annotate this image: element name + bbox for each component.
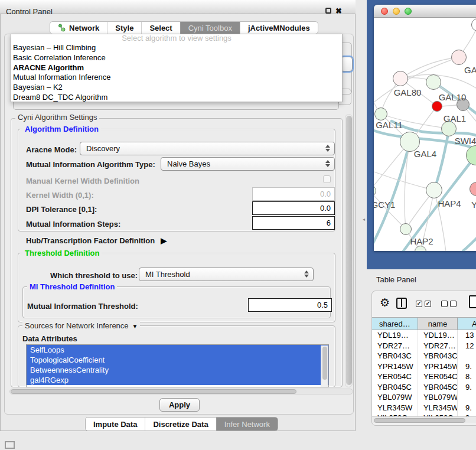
zoom-traffic-light-icon[interactable]: [405, 8, 412, 15]
deselect-all-icon[interactable]: [450, 301, 457, 307]
close-traffic-light-icon[interactable]: [381, 8, 388, 15]
table-row[interactable]: YBL079WYBL079W: [372, 392, 476, 403]
network-icon: [58, 24, 66, 32]
tab-impute-data[interactable]: Impute Data: [86, 418, 145, 431]
algorithm-option-basic-correlation-inference[interactable]: Basic Correlation Inference: [11, 53, 342, 63]
network-node[interactable]: [426, 74, 441, 90]
table-cell: 9.: [458, 382, 476, 393]
hub-definition-label: Hub/Transcription Factor Definition: [26, 236, 155, 245]
tab-style[interactable]: Style: [107, 22, 141, 34]
algorithm-definition-label: Algorithm Definition: [22, 125, 101, 133]
algorithm-option-aracne-algorithm[interactable]: ARACNE Algorithm: [11, 63, 342, 73]
table-cell: 9.: [458, 403, 476, 413]
algorithm-dropdown-popup: Select algorithm to view settings Bayesi…: [11, 34, 343, 102]
mi-threshold-field[interactable]: [248, 298, 332, 312]
close-icon[interactable]: ✖: [335, 6, 342, 15]
column-header-shared-[interactable]: shared…: [372, 318, 418, 330]
algorithm-option-bayesian-hill-climbing[interactable]: Bayesian – Hill Climbing: [11, 43, 342, 53]
tab-label: Impute Data: [93, 420, 137, 429]
float-panel-icon[interactable]: [325, 8, 331, 14]
node-label-gal80: GAL80: [394, 87, 422, 97]
tab-network[interactable]: Network: [50, 22, 107, 34]
hub-definition-toggle[interactable]: Hub/Transcription Factor Definition▶: [26, 236, 167, 245]
list-vertical-scrollbar[interactable]: [321, 345, 328, 387]
column-header-name[interactable]: name: [418, 318, 458, 330]
tab-discretize-data[interactable]: Discretize Data: [145, 418, 216, 431]
network-node[interactable]: [432, 101, 442, 112]
algorithm-option-mutual-information-inference[interactable]: Mutual Information Inference: [11, 73, 342, 83]
minimize-traffic-light-icon[interactable]: [393, 8, 400, 15]
network-canvas[interactable]: GALGAL80GAL10GAL1GAL11SWI4GAL4GCY1HAP4YH…: [374, 18, 476, 251]
algorithm-option-bayesian-k2[interactable]: Bayesian – K2: [11, 83, 342, 93]
scrollbar-thumb[interactable]: [322, 347, 327, 380]
algorithm-dropdown-prompt: Select algorithm to view settings: [11, 34, 342, 43]
network-node[interactable]: [374, 107, 387, 120]
table-row[interactable]: YPR145WYPR145W9.: [372, 361, 476, 372]
network-window-titlebar[interactable]: [374, 5, 476, 18]
tab-jactivemnodules[interactable]: jActiveMNodules: [240, 22, 318, 34]
table-cell: [458, 392, 476, 403]
document-icon[interactable]: [469, 295, 476, 308]
select-all-icon[interactable]: [425, 301, 431, 307]
table-row[interactable]: YLR345WYLR345W9.: [372, 403, 476, 413]
cyni-algorithm-settings-label: Cyni Algorithm Settings: [15, 113, 99, 122]
deselect-all-icon[interactable]: [441, 301, 448, 307]
node-label-swi4: SWI4: [455, 136, 476, 146]
node-label-gal: GAL: [464, 65, 476, 75]
data-attributes-list[interactable]: SelfLoopsTopologicalCoefficientBetweenne…: [26, 344, 329, 387]
network-node[interactable]: [393, 71, 408, 86]
mi-type-value: Naive Bayes: [167, 159, 210, 168]
split-collapse-arrow-icon[interactable]: ◂: [363, 217, 365, 222]
bottom-tabs: Impute DataDiscretize DataInfer Network: [85, 417, 278, 431]
node-label-gal10: GAL10: [439, 92, 467, 102]
table-cell: YLR345W: [418, 403, 458, 413]
dpi-tolerance-field[interactable]: [252, 201, 335, 215]
table-header-row: shared…nameA: [372, 317, 476, 330]
network-node[interactable]: [400, 223, 412, 235]
table-horizontal-scrollbar[interactable]: [372, 416, 476, 423]
tab-infer-network[interactable]: Infer Network: [216, 418, 278, 431]
table-cell: 12: [458, 341, 476, 351]
tab-label: Infer Network: [224, 420, 270, 429]
tab-label: Cyni Toolbox: [188, 24, 232, 32]
attribute-item-gal4rgexp[interactable]: gal4RGexp: [27, 375, 328, 385]
table-row[interactable]: YBR043CYBR043C: [372, 351, 476, 361]
table-cell: YDR27…: [418, 341, 458, 351]
settings-horizontal-scrollbar-thumb[interactable]: [11, 389, 296, 394]
which-threshold-combobox[interactable]: MI Threshold: [139, 268, 314, 281]
mi-steps-field[interactable]: [252, 216, 335, 230]
columns-icon[interactable]: [396, 298, 407, 309]
table-row[interactable]: YDL19…YDL19…13: [372, 330, 476, 341]
node-label-y: Y: [471, 200, 476, 210]
table-row[interactable]: YDR27…YDR27…12: [372, 341, 476, 351]
network-node[interactable]: [451, 50, 467, 65]
tab-cyni-toolbox[interactable]: Cyni Toolbox: [180, 22, 240, 34]
table-cell: YDL19…: [418, 330, 458, 341]
table-cell: [458, 351, 476, 361]
column-header-a[interactable]: A: [458, 318, 476, 330]
sources-toggle[interactable]: Sources for Network Inference▼: [22, 321, 140, 330]
attribute-item-betweennesscentrality[interactable]: BetweennessCentrality: [27, 365, 328, 375]
table-cell: YPR145W: [418, 361, 458, 372]
mi-threshold-label: Mutual Information Threshold:: [27, 302, 138, 311]
table-cell: YPR145W: [372, 361, 418, 372]
tab-label: Select: [149, 24, 172, 32]
table-cell: YBR045C: [372, 382, 418, 393]
settings-vertical-scrollbar-thumb[interactable]: [346, 116, 352, 385]
algorithm-option-dream8-dc-tdc-algorithm[interactable]: Dream8 DC_TDC Algorithm: [11, 93, 342, 103]
mi-type-combobox[interactable]: Naive Bayes: [161, 157, 335, 171]
table-row[interactable]: YBR045CYBR045C9.: [372, 382, 476, 393]
attribute-item-selfloops[interactable]: SelfLoops: [27, 345, 328, 355]
tab-label: Discretize Data: [153, 420, 208, 429]
table-row[interactable]: YER054CYER054C8.: [372, 371, 476, 382]
tab-select[interactable]: Select: [141, 22, 180, 34]
gear-icon[interactable]: ⚙: [380, 296, 390, 309]
scrollbar-thumb[interactable]: [374, 418, 465, 423]
select-all-icon[interactable]: [416, 301, 422, 307]
network-node[interactable]: [426, 182, 442, 198]
dock-panel-icon[interactable]: [5, 441, 15, 449]
attribute-item-topologicalcoefficient[interactable]: TopologicalCoefficient: [27, 355, 328, 365]
table-cell: YBR045C: [418, 382, 458, 393]
aracne-mode-combobox[interactable]: Discovery: [80, 142, 335, 155]
apply-button[interactable]: Apply: [159, 398, 200, 412]
